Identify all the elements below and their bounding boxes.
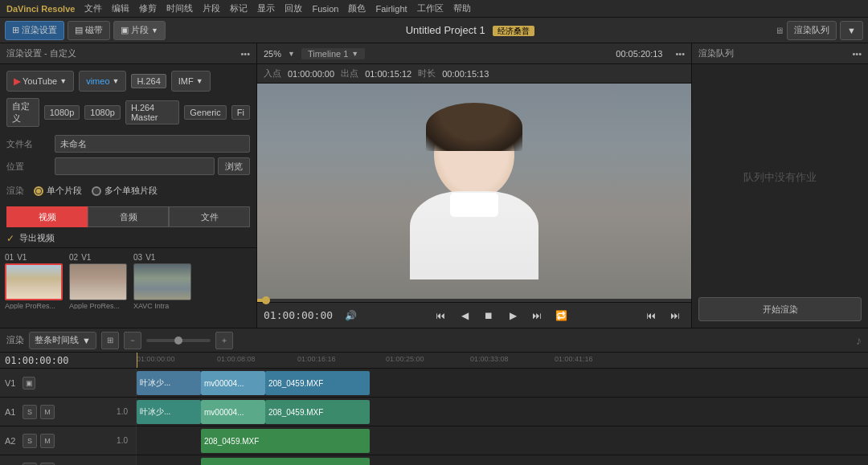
clip-a1-sub[interactable]: mv00004... bbox=[201, 400, 265, 424]
track-a2-vol: 1.0 bbox=[117, 436, 128, 445]
preview-header: 25% ▼ Timeline 1 ▼ 00:05:20:13 ••• bbox=[257, 43, 691, 64]
render-panel-header: 渲染设置 - 自定义 ••• bbox=[0, 43, 256, 64]
timeline-mode-select[interactable]: 整条时间线 ▼ bbox=[29, 332, 96, 349]
menu-workspace[interactable]: 工作区 bbox=[417, 2, 444, 14]
queue-chevron[interactable]: ▼ bbox=[840, 21, 863, 40]
track-a1-s-btn[interactable]: S bbox=[23, 405, 37, 419]
clip-v1-main[interactable]: 叶冰少... bbox=[137, 371, 201, 395]
clip-track-01: V1 bbox=[17, 253, 27, 262]
clip-a3-file[interactable]: 208_0459.MXF bbox=[201, 458, 370, 465]
track-a3-content[interactable]: 208_0459.MXF bbox=[137, 455, 868, 465]
queue-menu-dots[interactable]: ••• bbox=[852, 49, 862, 59]
clip-v1-file[interactable]: 208_0459.MXF bbox=[265, 371, 370, 395]
location-input[interactable] bbox=[55, 157, 215, 175]
clip-header-01: 01 V1 bbox=[5, 253, 27, 262]
export-check-row: ✓ 导出视频 bbox=[6, 232, 250, 244]
fi-val: Fi bbox=[231, 105, 250, 120]
tab-file[interactable]: 文件 bbox=[169, 206, 250, 227]
workspace-btn[interactable]: ⊞ 渲染设置 bbox=[5, 21, 64, 40]
preview-progress-handle[interactable] bbox=[262, 296, 270, 304]
single-clip-radio[interactable] bbox=[34, 186, 43, 196]
tab-audio[interactable]: 音频 bbox=[88, 206, 169, 227]
imf-preset[interactable]: IMF ▼ bbox=[171, 71, 211, 92]
monitor-icon: 🖥 bbox=[775, 26, 784, 35]
track-v1-name: V1 bbox=[5, 378, 19, 388]
menu-fusion[interactable]: Fusion bbox=[312, 4, 338, 14]
track-v1-header: V1 ▣ bbox=[0, 369, 137, 397]
step-back-btn[interactable]: ◀ bbox=[455, 306, 474, 325]
track-a1-m-btn[interactable]: M bbox=[40, 405, 55, 419]
clip-v1-label1: 叶冰少... bbox=[140, 377, 170, 389]
top-section: 渲染设置 - 自定义 ••• ▶ YouTube ▼ vimeo ▼ H.264 bbox=[0, 43, 868, 328]
menu-file[interactable]: 文件 bbox=[84, 2, 102, 14]
clip-id-02: 02 bbox=[69, 253, 78, 262]
menu-view[interactable]: 显示 bbox=[257, 2, 275, 14]
single-clip-option[interactable]: 单个片段 bbox=[34, 185, 82, 197]
clip-v1-sub[interactable]: mv00004... bbox=[201, 371, 265, 395]
prev-frame-btn[interactable]: ⏮ bbox=[641, 306, 661, 325]
stop-btn[interactable]: ⏹ bbox=[479, 306, 498, 325]
zoom-thumb[interactable] bbox=[174, 337, 182, 345]
clip-a1-main[interactable]: 叶冰少... bbox=[137, 400, 201, 424]
track-a1-header: A1 S M 1.0 bbox=[0, 398, 137, 426]
play-btn[interactable]: ▶ bbox=[503, 306, 522, 325]
filename-input[interactable] bbox=[55, 135, 250, 153]
track-a1-content[interactable]: 叶冰少... mv00004... 208_0459.MXF bbox=[137, 398, 868, 426]
clip-thumb-02[interactable] bbox=[69, 263, 127, 300]
strips-btn[interactable]: ▤ 磁带 bbox=[68, 21, 110, 40]
track-a2-s-btn[interactable]: S bbox=[23, 434, 37, 448]
timeline-icon-grid[interactable]: ⊞ bbox=[101, 332, 119, 349]
timeline-icon-plus[interactable]: ＋ bbox=[215, 332, 233, 349]
clip-a2-file[interactable]: 208_0459.MXF bbox=[201, 429, 370, 453]
track-v1-content[interactable]: 叶冰少... mv00004... 208_0459.MXF bbox=[137, 369, 868, 397]
tab-video[interactable]: 视频 bbox=[6, 206, 88, 227]
multi-clip-option[interactable]: 多个单独片段 bbox=[92, 185, 158, 197]
render-toolbar-label: 渲染 bbox=[6, 334, 24, 346]
preview-zoom: 25% bbox=[264, 49, 281, 59]
main-content: 渲染设置 - 自定义 ••• ▶ YouTube ▼ vimeo ▼ H.264 bbox=[0, 43, 868, 465]
timeline-mode-arrow-icon: ▼ bbox=[82, 336, 91, 345]
preview-progress-bar[interactable] bbox=[257, 299, 691, 302]
queue-btn[interactable]: 渲染队列 bbox=[787, 21, 837, 40]
track-a3-m-btn[interactable]: M bbox=[40, 463, 55, 466]
duration-label: 时长 bbox=[418, 67, 436, 80]
next-frame-btn[interactable]: ⏭ bbox=[665, 306, 685, 325]
clip-a1-file[interactable]: 208_0459.MXF bbox=[265, 400, 370, 424]
volume-btn[interactable]: 🔊 bbox=[341, 306, 360, 325]
track-a1-name: A1 bbox=[5, 407, 19, 417]
zoom-track[interactable] bbox=[146, 339, 211, 342]
menu-help[interactable]: 帮助 bbox=[453, 2, 471, 14]
preview-menu-dots[interactable]: ••• bbox=[675, 49, 685, 59]
go-to-end-btn[interactable]: ⏭ bbox=[527, 306, 547, 325]
loop-btn[interactable]: 🔁 bbox=[551, 306, 571, 325]
clip-thumb-03[interactable] bbox=[133, 263, 191, 300]
track-a3-s-btn[interactable]: S bbox=[23, 463, 37, 466]
menu-edit[interactable]: 编辑 bbox=[112, 2, 129, 14]
menu-playback[interactable]: 回放 bbox=[285, 2, 302, 14]
youtube-preset[interactable]: ▶ YouTube ▼ bbox=[6, 71, 74, 92]
panel-menu-dots[interactable]: ••• bbox=[240, 49, 250, 59]
track-a2-content[interactable]: 208_0459.MXF bbox=[137, 426, 868, 455]
vimeo-preset[interactable]: vimeo ▼ bbox=[79, 71, 126, 92]
start-render-button[interactable]: 开始渲染 bbox=[698, 297, 862, 321]
menu-color[interactable]: 颜色 bbox=[348, 2, 366, 14]
menu-mark[interactable]: 标记 bbox=[230, 2, 248, 14]
timeline-playhead[interactable] bbox=[137, 353, 137, 368]
menu-clip[interactable]: 片段 bbox=[203, 2, 220, 14]
track-a2-m-btn[interactable]: M bbox=[40, 434, 55, 448]
ruler-time-5: 01:00:41:16 bbox=[555, 355, 593, 363]
clip-btn[interactable]: ▣ 片段 ▼ bbox=[113, 21, 166, 40]
menu-fairlight[interactable]: Fairlight bbox=[375, 4, 407, 14]
clip-label-02: Apple ProRes... bbox=[69, 302, 120, 309]
go-to-start-btn[interactable]: ⏮ bbox=[431, 306, 450, 325]
zoom-slider[interactable] bbox=[146, 339, 211, 342]
timeline-icon-minus[interactable]: － bbox=[124, 332, 141, 349]
multi-clip-radio[interactable] bbox=[92, 186, 101, 196]
menu-timeline[interactable]: 时间线 bbox=[166, 2, 193, 14]
clip-thumb-01[interactable] bbox=[5, 263, 63, 300]
timeline-name-label: Timeline 1 bbox=[308, 49, 348, 59]
menu-trim[interactable]: 修剪 bbox=[139, 2, 157, 14]
location-label: 位置 bbox=[6, 161, 55, 173]
browse-button[interactable]: 浏览 bbox=[218, 157, 250, 175]
clips-area: 01 V1 Apple ProRes... 02 V1 bbox=[0, 247, 256, 328]
